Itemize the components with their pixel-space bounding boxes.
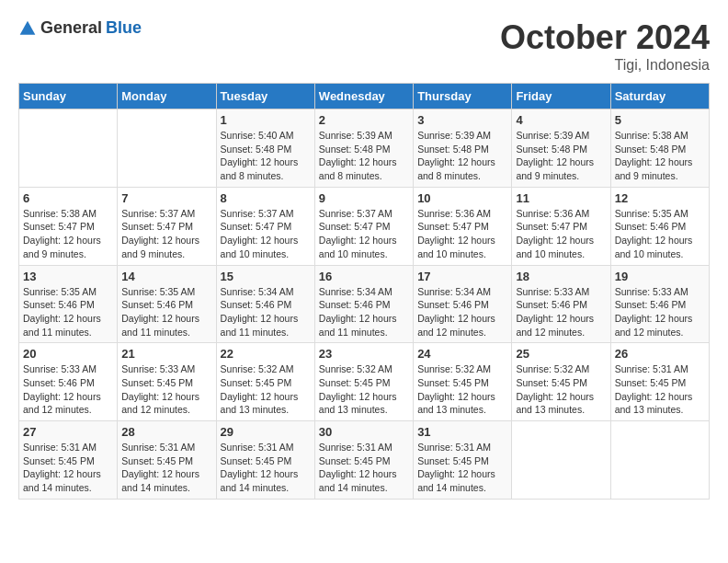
day-number: 2 bbox=[319, 113, 409, 127]
day-info: Sunrise: 5:38 AMSunset: 5:48 PMDaylight:… bbox=[615, 129, 705, 183]
day-number: 6 bbox=[23, 191, 113, 205]
calendar-cell: 30Sunrise: 5:31 AMSunset: 5:45 PMDayligh… bbox=[314, 421, 413, 500]
day-info: Sunrise: 5:35 AMSunset: 5:46 PMDaylight:… bbox=[121, 285, 211, 339]
day-info: Sunrise: 5:31 AMSunset: 5:45 PMDaylight:… bbox=[615, 362, 705, 417]
day-info: Sunrise: 5:37 AMSunset: 5:47 PMDaylight:… bbox=[121, 207, 211, 261]
day-info: Sunrise: 5:36 AMSunset: 5:47 PMDaylight:… bbox=[417, 207, 507, 261]
day-info: Sunrise: 5:39 AMSunset: 5:48 PMDaylight:… bbox=[417, 129, 507, 183]
day-info: Sunrise: 5:33 AMSunset: 5:46 PMDaylight:… bbox=[516, 285, 606, 339]
calendar-cell: 29Sunrise: 5:31 AMSunset: 5:45 PMDayligh… bbox=[216, 421, 314, 500]
calendar-cell: 26Sunrise: 5:31 AMSunset: 5:45 PMDayligh… bbox=[610, 343, 709, 421]
day-info: Sunrise: 5:31 AMSunset: 5:45 PMDaylight:… bbox=[417, 441, 507, 495]
day-info: Sunrise: 5:35 AMSunset: 5:46 PMDaylight:… bbox=[615, 207, 705, 261]
day-number: 19 bbox=[615, 270, 705, 283]
day-number: 26 bbox=[615, 347, 705, 361]
logo: General Blue bbox=[18, 18, 142, 38]
calendar-cell: 2Sunrise: 5:39 AMSunset: 5:48 PMDaylight… bbox=[314, 109, 413, 188]
calendar-cell: 20Sunrise: 5:33 AMSunset: 5:46 PMDayligh… bbox=[19, 343, 118, 421]
day-number: 18 bbox=[516, 270, 606, 283]
day-number: 3 bbox=[417, 113, 507, 127]
day-number: 10 bbox=[417, 191, 507, 205]
day-info: Sunrise: 5:31 AMSunset: 5:45 PMDaylight:… bbox=[23, 441, 113, 495]
calendar-cell bbox=[512, 421, 610, 500]
day-number: 21 bbox=[121, 347, 211, 361]
calendar-cell bbox=[610, 421, 709, 500]
day-number: 22 bbox=[221, 347, 311, 361]
day-number: 15 bbox=[221, 270, 311, 283]
header-row: SundayMondayTuesdayWednesdayThursdayFrid… bbox=[19, 84, 710, 109]
header-day-saturday: Saturday bbox=[610, 84, 709, 109]
day-info: Sunrise: 5:34 AMSunset: 5:46 PMDaylight:… bbox=[319, 285, 409, 339]
week-row-3: 13Sunrise: 5:35 AMSunset: 5:46 PMDayligh… bbox=[19, 265, 710, 343]
calendar-cell: 11Sunrise: 5:36 AMSunset: 5:47 PMDayligh… bbox=[512, 187, 610, 265]
day-number: 30 bbox=[319, 425, 409, 439]
calendar-cell: 13Sunrise: 5:35 AMSunset: 5:46 PMDayligh… bbox=[19, 265, 118, 343]
calendar-cell: 5Sunrise: 5:38 AMSunset: 5:48 PMDaylight… bbox=[610, 109, 709, 188]
day-number: 23 bbox=[319, 347, 409, 361]
logo-text-general: General bbox=[40, 18, 102, 38]
week-row-1: 1Sunrise: 5:40 AMSunset: 5:48 PMDaylight… bbox=[19, 109, 710, 188]
calendar-cell bbox=[19, 109, 118, 188]
day-number: 16 bbox=[319, 270, 409, 283]
location-title: Tigi, Indonesia bbox=[500, 57, 710, 74]
week-row-2: 6Sunrise: 5:38 AMSunset: 5:47 PMDaylight… bbox=[19, 187, 710, 265]
calendar-cell: 21Sunrise: 5:33 AMSunset: 5:45 PMDayligh… bbox=[118, 343, 216, 421]
calendar-cell bbox=[118, 109, 216, 188]
calendar-cell: 15Sunrise: 5:34 AMSunset: 5:46 PMDayligh… bbox=[216, 265, 314, 343]
day-number: 28 bbox=[121, 425, 211, 439]
day-number: 13 bbox=[23, 270, 113, 283]
day-info: Sunrise: 5:33 AMSunset: 5:45 PMDaylight:… bbox=[121, 362, 211, 417]
header-day-wednesday: Wednesday bbox=[314, 84, 413, 109]
day-info: Sunrise: 5:37 AMSunset: 5:47 PMDaylight:… bbox=[221, 207, 311, 261]
day-number: 25 bbox=[516, 347, 606, 361]
calendar-cell: 23Sunrise: 5:32 AMSunset: 5:45 PMDayligh… bbox=[314, 343, 413, 421]
week-row-5: 27Sunrise: 5:31 AMSunset: 5:45 PMDayligh… bbox=[19, 421, 710, 500]
day-info: Sunrise: 5:36 AMSunset: 5:47 PMDaylight:… bbox=[516, 207, 606, 261]
calendar-cell: 27Sunrise: 5:31 AMSunset: 5:45 PMDayligh… bbox=[19, 421, 118, 500]
day-number: 14 bbox=[121, 270, 211, 283]
day-info: Sunrise: 5:40 AMSunset: 5:48 PMDaylight:… bbox=[221, 129, 311, 183]
calendar-cell: 19Sunrise: 5:33 AMSunset: 5:46 PMDayligh… bbox=[610, 265, 709, 343]
calendar-cell: 18Sunrise: 5:33 AMSunset: 5:46 PMDayligh… bbox=[512, 265, 610, 343]
header-day-monday: Monday bbox=[118, 84, 216, 109]
day-info: Sunrise: 5:33 AMSunset: 5:46 PMDaylight:… bbox=[615, 285, 705, 339]
day-number: 29 bbox=[221, 425, 311, 439]
day-number: 17 bbox=[417, 270, 507, 283]
calendar-cell: 28Sunrise: 5:31 AMSunset: 5:45 PMDayligh… bbox=[118, 421, 216, 500]
day-info: Sunrise: 5:37 AMSunset: 5:47 PMDaylight:… bbox=[319, 207, 409, 261]
day-info: Sunrise: 5:39 AMSunset: 5:48 PMDaylight:… bbox=[319, 129, 409, 183]
day-info: Sunrise: 5:39 AMSunset: 5:48 PMDaylight:… bbox=[516, 129, 606, 183]
day-number: 7 bbox=[121, 191, 211, 205]
calendar-cell: 25Sunrise: 5:32 AMSunset: 5:45 PMDayligh… bbox=[512, 343, 610, 421]
day-info: Sunrise: 5:35 AMSunset: 5:46 PMDaylight:… bbox=[23, 285, 113, 339]
calendar-cell: 4Sunrise: 5:39 AMSunset: 5:48 PMDaylight… bbox=[512, 109, 610, 188]
day-number: 12 bbox=[615, 191, 705, 205]
day-info: Sunrise: 5:33 AMSunset: 5:46 PMDaylight:… bbox=[23, 362, 113, 417]
calendar-cell: 17Sunrise: 5:34 AMSunset: 5:46 PMDayligh… bbox=[414, 265, 512, 343]
logo-text-blue: Blue bbox=[106, 18, 142, 38]
day-info: Sunrise: 5:32 AMSunset: 5:45 PMDaylight:… bbox=[417, 362, 507, 417]
day-number: 31 bbox=[417, 425, 507, 439]
day-number: 24 bbox=[417, 347, 507, 361]
day-info: Sunrise: 5:32 AMSunset: 5:45 PMDaylight:… bbox=[516, 362, 606, 417]
calendar-cell: 6Sunrise: 5:38 AMSunset: 5:47 PMDaylight… bbox=[19, 187, 118, 265]
calendar-cell: 1Sunrise: 5:40 AMSunset: 5:48 PMDaylight… bbox=[216, 109, 314, 188]
logo-icon bbox=[18, 19, 37, 38]
day-number: 9 bbox=[319, 191, 409, 205]
header-day-sunday: Sunday bbox=[19, 84, 118, 109]
day-number: 5 bbox=[615, 113, 705, 127]
calendar-table: SundayMondayTuesdayWednesdayThursdayFrid… bbox=[18, 83, 710, 500]
day-info: Sunrise: 5:32 AMSunset: 5:45 PMDaylight:… bbox=[319, 362, 409, 417]
day-info: Sunrise: 5:31 AMSunset: 5:45 PMDaylight:… bbox=[221, 441, 311, 495]
month-title: October 2024 bbox=[500, 18, 710, 57]
calendar-cell: 3Sunrise: 5:39 AMSunset: 5:48 PMDaylight… bbox=[414, 109, 512, 188]
day-number: 27 bbox=[23, 425, 113, 439]
day-number: 8 bbox=[221, 191, 311, 205]
calendar-cell: 12Sunrise: 5:35 AMSunset: 5:46 PMDayligh… bbox=[610, 187, 709, 265]
calendar-cell: 16Sunrise: 5:34 AMSunset: 5:46 PMDayligh… bbox=[314, 265, 413, 343]
calendar-cell: 10Sunrise: 5:36 AMSunset: 5:47 PMDayligh… bbox=[414, 187, 512, 265]
day-info: Sunrise: 5:31 AMSunset: 5:45 PMDaylight:… bbox=[319, 441, 409, 495]
calendar-cell: 9Sunrise: 5:37 AMSunset: 5:47 PMDaylight… bbox=[314, 187, 413, 265]
day-info: Sunrise: 5:34 AMSunset: 5:46 PMDaylight:… bbox=[417, 285, 507, 339]
day-number: 1 bbox=[221, 113, 311, 127]
